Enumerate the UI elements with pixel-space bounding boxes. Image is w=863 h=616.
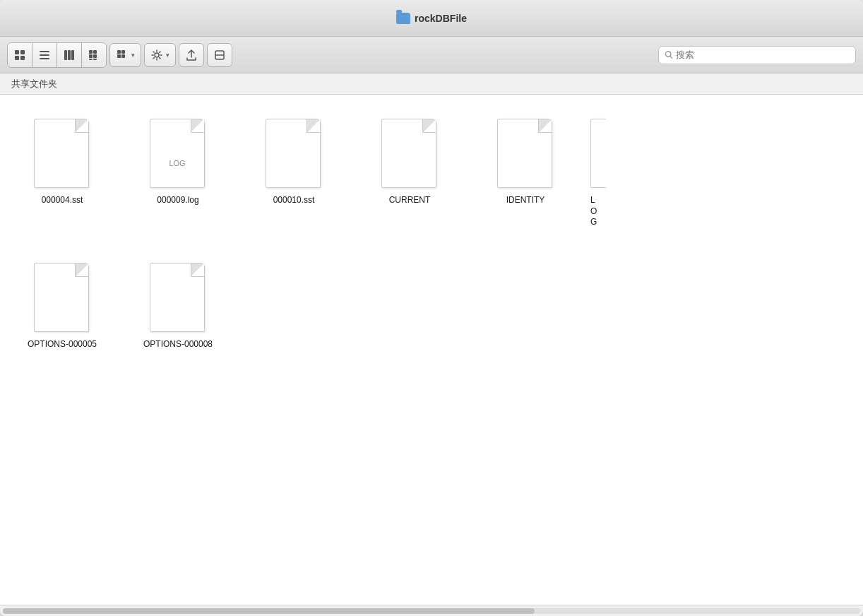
view-list-button[interactable] — [32, 43, 57, 67]
list-view-icon — [38, 49, 51, 61]
list-item[interactable]: OPTIONS-000005 — [6, 250, 119, 391]
breadcrumb-bar: 共享文件夹 — [0, 73, 863, 95]
svg-rect-15 — [93, 59, 97, 60]
svg-rect-17 — [121, 50, 125, 54]
gear-icon — [150, 49, 163, 61]
svg-rect-16 — [117, 50, 121, 54]
file-grid: 000004.sst LOG 000009.log 000010.ss — [6, 106, 857, 391]
file-icon: LOG — [150, 117, 206, 188]
file-icon — [34, 261, 90, 332]
content-area: 000004.sst LOG 000009.log 000010.ss — [0, 95, 863, 605]
finder-window: rockDBFile — [0, 0, 863, 616]
search-icon — [665, 50, 673, 59]
file-name: CURRENT — [389, 195, 431, 206]
svg-rect-19 — [121, 54, 125, 58]
cover-view-icon — [88, 49, 100, 61]
svg-rect-6 — [40, 58, 49, 59]
arrange-button[interactable]: ▾ — [109, 43, 141, 67]
list-item[interactable]: IDENTITY — [469, 106, 582, 247]
file-icon — [150, 261, 206, 332]
svg-rect-13 — [93, 54, 97, 58]
action-button[interactable]: ▾ — [144, 43, 176, 67]
svg-rect-18 — [117, 54, 121, 58]
view-cover-button[interactable] — [82, 43, 106, 67]
scrollbar-track[interactable] — [3, 608, 860, 614]
file-name: OPTIONS-000008 — [143, 339, 213, 350]
svg-point-20 — [155, 53, 159, 57]
list-item[interactable]: OPTIONS-000008 — [121, 250, 234, 391]
svg-rect-1 — [20, 50, 25, 54]
file-icon — [497, 117, 554, 188]
file-icon — [34, 117, 90, 188]
share-icon — [185, 49, 198, 61]
file-name: 000004.sst — [42, 195, 83, 206]
list-item[interactable]: 000004.sst — [6, 106, 119, 247]
file-name: 000009.log — [157, 195, 198, 206]
svg-rect-9 — [71, 50, 74, 60]
action-dropdown-arrow: ▾ — [166, 52, 169, 59]
scrollbar-area[interactable] — [0, 605, 863, 616]
svg-rect-5 — [40, 54, 49, 56]
file-icon — [590, 117, 606, 188]
file-name: 000010.sst — [273, 195, 315, 206]
list-item[interactable]: CURRENT — [353, 106, 466, 247]
scrollbar-thumb[interactable] — [3, 608, 535, 614]
list-item[interactable]: LOG 000009.log — [121, 106, 234, 247]
window-title: rockDBFile — [415, 13, 467, 24]
file-name: OPTIONS-000005 — [28, 339, 97, 350]
tag-button[interactable] — [207, 43, 232, 67]
svg-rect-4 — [40, 51, 49, 52]
arrange-icon — [116, 49, 129, 61]
list-item[interactable]: LOG — [585, 106, 606, 247]
svg-rect-3 — [20, 56, 25, 60]
title-bar: rockDBFile — [0, 0, 863, 37]
svg-rect-10 — [89, 50, 93, 54]
svg-rect-12 — [89, 54, 93, 58]
breadcrumb-label: 共享文件夹 — [11, 78, 57, 90]
file-name: IDENTITY — [506, 195, 545, 206]
view-columns-button[interactable] — [57, 43, 82, 67]
share-button[interactable] — [179, 43, 204, 67]
columns-view-icon — [63, 49, 76, 61]
list-item[interactable]: 000010.sst — [237, 106, 350, 247]
svg-rect-8 — [68, 50, 71, 60]
tag-icon — [213, 49, 226, 61]
search-bar[interactable] — [658, 46, 856, 64]
file-icon — [266, 117, 322, 188]
svg-rect-11 — [93, 50, 97, 54]
svg-rect-0 — [15, 50, 19, 54]
arrange-dropdown-arrow: ▾ — [131, 52, 135, 59]
svg-rect-14 — [89, 59, 93, 60]
svg-rect-7 — [64, 50, 67, 60]
window-title-area: rockDBFile — [396, 13, 467, 24]
file-name: LOG — [590, 195, 600, 228]
toolbar: ▾ ▾ — [0, 37, 863, 73]
view-grid-button[interactable] — [8, 43, 32, 67]
search-input[interactable] — [676, 49, 850, 60]
grid-view-icon — [13, 49, 26, 61]
folder-icon — [396, 13, 410, 24]
view-buttons-group — [7, 42, 107, 68]
svg-rect-2 — [15, 56, 19, 60]
file-icon — [381, 117, 438, 188]
